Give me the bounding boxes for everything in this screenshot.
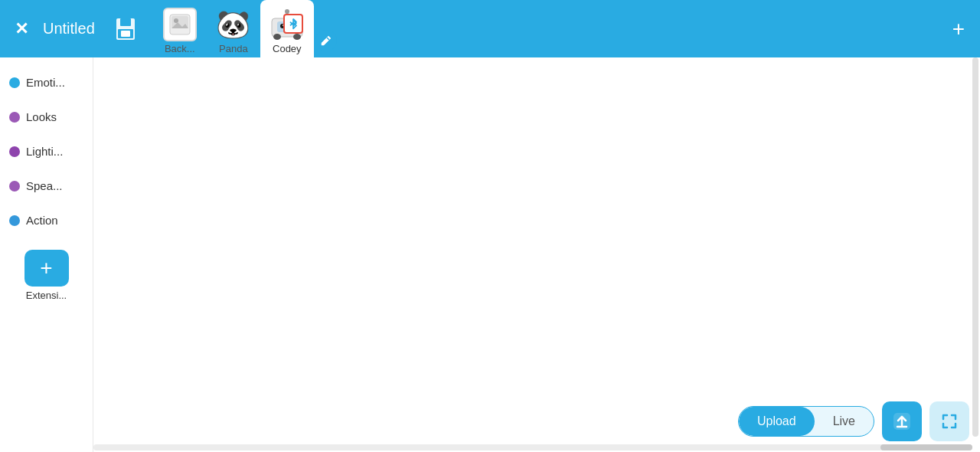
extensions-label: Extensi... bbox=[26, 290, 67, 301]
close-button[interactable]: ✕ bbox=[8, 15, 35, 43]
sidebar: Emoti... Looks Lighti... Spea... Action … bbox=[0, 57, 93, 452]
tab-backdrop-label: Back... bbox=[165, 43, 195, 54]
sidebar-item-lighti-label: Lighti... bbox=[26, 145, 63, 158]
upload-arrow-icon bbox=[891, 411, 913, 432]
tab-panda-label: Panda bbox=[219, 43, 248, 54]
bluetooth-badge bbox=[283, 14, 303, 34]
svg-rect-1 bbox=[120, 18, 131, 26]
bluetooth-icon bbox=[287, 18, 299, 30]
emoti-dot bbox=[9, 77, 20, 88]
upload-to-device-button[interactable] bbox=[882, 401, 922, 441]
horizontal-scrollbar-thumb bbox=[880, 444, 972, 450]
fullscreen-icon bbox=[939, 411, 960, 432]
tab-panda[interactable]: 🐼 Panda bbox=[207, 0, 260, 57]
spea-dot bbox=[9, 181, 20, 192]
save-button[interactable] bbox=[113, 17, 138, 41]
backdrop-image-icon bbox=[168, 13, 191, 36]
right-scrollbar[interactable] bbox=[972, 57, 978, 437]
sidebar-item-spea-label: Spea... bbox=[26, 179, 63, 192]
horizontal-scrollbar[interactable] bbox=[93, 444, 972, 450]
sidebar-item-action[interactable]: Action bbox=[0, 203, 93, 237]
bottom-action-bar: Upload Live bbox=[738, 401, 969, 441]
panda-sprite: 🐼 bbox=[217, 8, 250, 41]
extensions-button[interactable]: + Extensi... bbox=[24, 250, 69, 301]
tab-backdrop[interactable]: Back... bbox=[153, 0, 207, 57]
action-dot bbox=[9, 215, 20, 226]
page-title: Untitled bbox=[43, 20, 95, 38]
add-button[interactable]: + bbox=[952, 17, 965, 41]
device-tabs: Back... 🐼 Panda bbox=[153, 0, 337, 57]
svg-point-10 bbox=[293, 34, 301, 40]
sidebar-item-emoti-label: Emoti... bbox=[26, 76, 65, 89]
backdrop-icon bbox=[163, 8, 197, 41]
svg-point-6 bbox=[174, 18, 178, 23]
sidebar-item-spea[interactable]: Spea... bbox=[0, 169, 93, 203]
lighti-dot bbox=[9, 146, 20, 157]
header: ✕ Untitled Back... bbox=[0, 0, 980, 57]
sidebar-item-looks[interactable]: Looks bbox=[0, 100, 93, 134]
upload-button[interactable]: Upload bbox=[739, 407, 815, 436]
edit-pen-button[interactable] bbox=[315, 30, 337, 51]
extensions-plus-icon: + bbox=[24, 250, 69, 287]
canvas-area: Upload Live bbox=[93, 57, 980, 452]
sidebar-item-action-label: Action bbox=[26, 214, 58, 227]
tab-codey-label: Codey bbox=[273, 43, 302, 54]
tab-codey[interactable]: Codey bbox=[260, 0, 314, 57]
sidebar-item-emoti[interactable]: Emoti... bbox=[0, 65, 93, 100]
svg-rect-3 bbox=[121, 31, 130, 37]
upload-live-toggle[interactable]: Upload Live bbox=[738, 406, 874, 437]
sidebar-item-lighti[interactable]: Lighti... bbox=[0, 134, 93, 169]
sidebar-item-looks-label: Looks bbox=[26, 110, 57, 123]
main-layout: Emoti... Looks Lighti... Spea... Action … bbox=[0, 57, 980, 452]
live-button[interactable]: Live bbox=[815, 407, 874, 436]
edit-icon bbox=[320, 34, 332, 47]
save-icon bbox=[113, 17, 138, 41]
fullscreen-button[interactable] bbox=[929, 401, 969, 441]
svg-point-9 bbox=[273, 34, 281, 40]
looks-dot bbox=[9, 112, 20, 123]
